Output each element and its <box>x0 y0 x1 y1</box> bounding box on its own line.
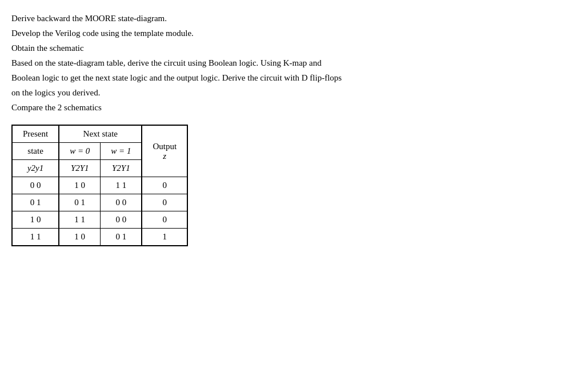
table-row: 0 01 01 10 <box>12 177 187 194</box>
cell-present-3: 1 1 <box>12 229 59 246</box>
cell-output-2: 0 <box>142 211 187 229</box>
cell-present-1: 0 1 <box>12 194 59 211</box>
table-row: 0 10 10 00 <box>12 194 187 211</box>
cell-w1-3: 0 1 <box>101 229 142 246</box>
table-row: 1 01 10 00 <box>12 211 187 229</box>
state-table: Present Next state Output z state <box>11 125 188 246</box>
header-w1: w = 1 <box>101 143 142 160</box>
header-next-var-w1: Y2Y1 <box>101 160 142 177</box>
cell-w1-2: 0 0 <box>101 211 142 229</box>
cell-w0-0: 1 0 <box>59 177 101 194</box>
intro-line7: Compare the 2 schematics <box>11 101 457 114</box>
cell-w0-2: 1 1 <box>59 211 101 229</box>
header-state: state <box>12 143 59 160</box>
intro-line5: Boolean logic to get the next state logi… <box>11 71 457 85</box>
intro-line6: on the logics you derived. <box>11 86 457 99</box>
content-area: Derive backward the MOORE state-diagram.… <box>11 11 457 246</box>
header-output: Output z <box>142 125 187 177</box>
header-w0: w = 0 <box>59 143 101 160</box>
header-next-var-w0: Y2Y1 <box>59 160 101 177</box>
cell-w0-1: 0 1 <box>59 194 101 211</box>
cell-w1-0: 1 1 <box>101 177 142 194</box>
header-present: Present <box>12 125 59 143</box>
header-var: y2y1 <box>12 160 59 177</box>
cell-present-0: 0 0 <box>12 177 59 194</box>
cell-output-1: 0 <box>142 194 187 211</box>
cell-output-0: 0 <box>142 177 187 194</box>
cell-output-3: 1 <box>142 229 187 246</box>
cell-w1-1: 0 0 <box>101 194 142 211</box>
table-section: Present Next state Output z state <box>11 125 457 246</box>
cell-w0-3: 1 0 <box>59 229 101 246</box>
intro-line1: Derive backward the MOORE state-diagram. <box>11 11 457 25</box>
table-row: 1 11 00 11 <box>12 229 187 246</box>
intro-line4: Based on the state-diagram table, derive… <box>11 56 457 70</box>
cell-present-2: 1 0 <box>12 211 59 229</box>
intro-text: Derive backward the MOORE state-diagram.… <box>11 11 457 114</box>
intro-line3: Obtain the schematic <box>11 41 457 55</box>
header-next: Next state <box>59 125 142 143</box>
intro-line2: Develop the Verilog code using the templ… <box>11 26 457 40</box>
